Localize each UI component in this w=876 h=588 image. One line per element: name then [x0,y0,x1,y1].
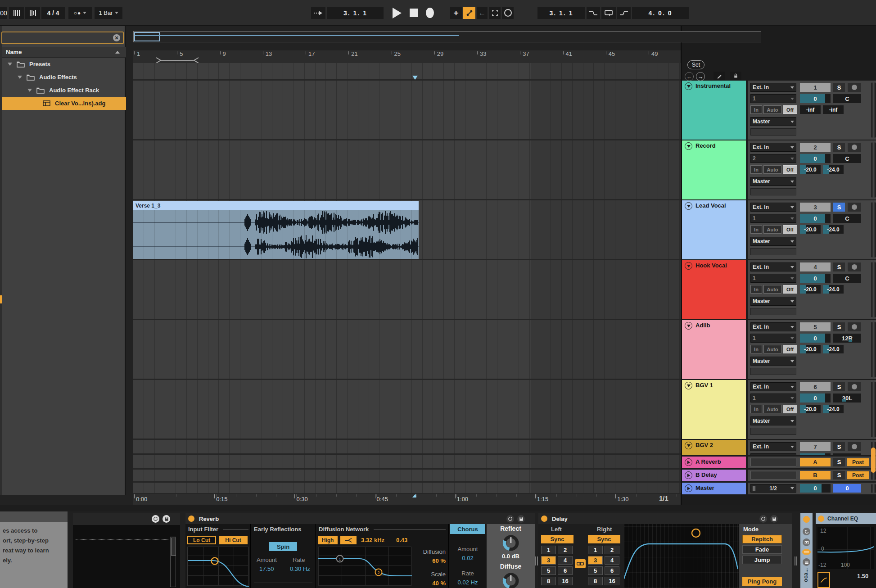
arm-button[interactable] [848,382,861,391]
loop-length-display[interactable]: 4. 0. 0 [632,7,689,19]
spin-amount-value[interactable]: 17.50 [259,565,274,572]
collapse-toggle-icon[interactable] [685,442,692,449]
automation-arm-button[interactable] [463,7,475,19]
send-letter-badge[interactable]: A [800,458,831,466]
metronome-toggle[interactable]: ○● [68,7,92,19]
device-activator-toggle[interactable] [188,516,194,522]
input-channel-menu[interactable]: 2 [750,154,796,163]
expand-triangle-icon[interactable] [8,63,12,66]
monitor-off-button[interactable]: Off [783,105,797,114]
collapse-toggle-icon[interactable] [685,262,692,270]
input-routing-menu[interactable]: Ext. In [750,322,796,331]
arm-button[interactable] [848,83,861,92]
track-title-b-delay[interactable]: B Delay [682,470,746,481]
browser-column-header[interactable]: Name [2,47,126,58]
input-channel-menu[interactable]: 1 [750,453,796,455]
monitor-auto-button[interactable]: Auto [763,105,781,114]
device-activator-toggle[interactable] [541,516,547,522]
hot-swap-button[interactable] [152,515,159,523]
device-delay[interactable]: Delay LeftRightSync123456816Sync12345681… [538,513,792,588]
volume-field[interactable]: 0 [800,453,831,455]
volume-field[interactable]: 0 [800,94,831,103]
input-routing-menu[interactable]: Ext. In [750,83,796,92]
save-preset-button[interactable] [770,515,778,523]
pan-field[interactable]: C [833,274,861,283]
stereo-link-toggle[interactable] [575,559,586,568]
browser-item-audio-effects[interactable]: Audio Effects [2,71,126,84]
track-title-instrumental[interactable]: Instrumental [682,81,746,140]
collapsed-device-strip[interactable]: oca... [800,513,813,588]
hot-swap-button[interactable] [759,515,767,523]
arm-button[interactable] [848,143,861,152]
expand-triangle-icon[interactable] [18,76,22,79]
arrangement-position[interactable]: 3. 1. 1 [327,7,384,19]
pre-post-toggle[interactable]: Post [847,458,869,466]
output-routing-menu[interactable]: Master [750,177,796,186]
re-enable-automation-button[interactable]: ← [477,7,488,19]
monitor-in-button[interactable]: In [750,225,762,234]
master-output-menu[interactable]: 1/2 [750,484,796,493]
monitor-off-button[interactable]: Off [783,165,797,174]
crossover-q-value[interactable]: 0.43 [396,537,407,543]
device-drag-handle[interactable] [794,556,798,565]
solo-button[interactable]: S [833,382,845,391]
monitor-in-button[interactable]: In [750,405,762,413]
track-number-badge[interactable]: 5 [800,322,831,331]
time-signature[interactable]: 4 / 4 [41,7,65,19]
diffusion-value[interactable]: 60 % [416,557,446,564]
loop-brace-end-icon[interactable] [194,57,199,63]
browser-item-audio-effect-rack[interactable]: Audio Effect Rack [2,84,126,97]
collapse-toggle-icon[interactable] [685,382,692,389]
delay-right-beat-16[interactable]: 16 [605,577,619,585]
eq-gain-value[interactable]: 1.50 [857,573,868,579]
pan-field[interactable]: 12R [833,334,861,343]
monitor-auto-button[interactable]: Auto [763,165,781,174]
track-number-badge[interactable]: 2 [800,143,831,152]
delay-left-beat-8[interactable]: 8 [541,577,556,585]
monitor-auto-button[interactable]: Auto [763,405,781,413]
volume-field[interactable]: 0 [800,394,831,403]
track-number-badge[interactable]: 4 [800,262,831,271]
solo-button[interactable]: S [833,262,845,271]
pre-post-toggle[interactable]: Post [847,471,869,479]
output-routing-menu[interactable]: Master [750,357,796,366]
send-letter-badge[interactable]: B [800,471,831,479]
reflect-level-value[interactable]: 0.0 dB [487,553,535,560]
collapse-toggle-icon[interactable] [685,202,692,210]
playhead-marker[interactable] [411,76,419,80]
lock-envelopes-button[interactable] [730,72,741,80]
output-routing-menu[interactable]: Master [750,117,796,126]
device-reverb[interactable]: Reverb Input Filter Lo Cut Hi Cut [185,513,535,588]
chorus-toggle[interactable]: Chorus [450,524,485,534]
fold-toggle-icon[interactable] [685,484,692,492]
set-locator-button[interactable]: Set [687,60,704,69]
chain-list-icon[interactable] [803,558,810,566]
volume-field[interactable]: 0 [800,274,831,283]
clear-search-icon[interactable]: ✕ [113,34,120,41]
tempo-display[interactable]: 00 [0,7,7,19]
volume-field[interactable]: 0 [800,214,831,223]
grid-division-indicator[interactable]: 1/1 [659,494,679,503]
input-routing-menu[interactable]: Ext. In [750,442,796,451]
input-channel-menu[interactable]: 1 [750,334,796,343]
diffuse-knob[interactable] [502,572,520,588]
delay-right-beat-4[interactable]: 4 [605,556,619,565]
scale-value[interactable]: 40 % [416,580,446,587]
output-routing-menu[interactable]: Master [750,416,796,425]
delay-filter-display[interactable] [624,524,739,588]
expand-triangle-icon[interactable] [27,89,32,92]
device-activator-toggle[interactable] [803,516,810,523]
punch-out-button[interactable] [617,7,631,19]
track-number-badge[interactable]: 7 [800,442,831,451]
beat-time-ruler[interactable]: 15913172125293337414549 [133,50,681,63]
pan-field[interactable]: C [833,453,861,455]
track-title-a-reverb[interactable]: A Reverb [682,457,746,468]
delay-right-beat-8[interactable]: 8 [588,577,603,585]
follow-button[interactable] [311,7,325,19]
punch-in-button[interactable] [587,7,600,19]
delay-mode-repitch[interactable]: Repitch [742,535,782,543]
high-shelf-button[interactable]: High [318,536,338,544]
crossover-button[interactable] [340,536,357,544]
macro-toggle-icon[interactable] [802,549,811,555]
delay-left-beat-16[interactable]: 16 [558,577,573,585]
